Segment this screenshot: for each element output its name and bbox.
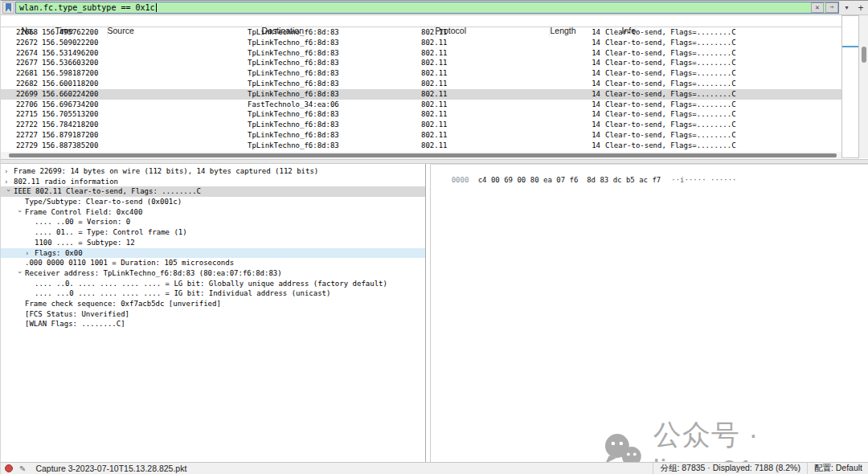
detail-row[interactable]: .... 01.. = Type: Control frame (1) [1, 227, 425, 238]
detail-row[interactable]: [FCS Status: Unverified] [1, 309, 425, 320]
detail-row[interactable]: .000 0000 0110 1001 = Duration: 105 micr… [1, 258, 425, 268]
packet-row[interactable]: 22727156.879187200TpLinkTechno_f6:8d:838… [1, 130, 841, 141]
filter-dropdown-button[interactable]: ▾ [841, 2, 852, 14]
filter-apply-button[interactable]: ➜ [825, 2, 838, 13]
packet-row[interactable]: 22729156.887385200TpLinkTechno_f6:8d:838… [1, 141, 841, 151]
hex-bytes[interactable]: c4 00 69 00 80 ea 07 f6 8d 83 dc b5 ac f… [478, 176, 661, 184]
expander-icon[interactable]: › [4, 177, 14, 187]
expander-icon[interactable]: › [14, 209, 25, 219]
packet-list-pane: No.TimeSourceDestinationProtocolLengthIn… [1, 15, 868, 159]
intelligent-scrollbar-minimap[interactable] [841, 15, 859, 158]
expander-icon[interactable]: › [4, 166, 14, 177]
detail-row[interactable]: ›Frame Control Field: 0xc400 [1, 207, 425, 218]
detail-row[interactable]: .... ...0 .... .... .... .... = IG bit: … [1, 288, 425, 299]
text-cursor [156, 3, 157, 12]
packet-row[interactable]: 22722156.784218200TpLinkTechno_f6:8d:838… [1, 120, 841, 130]
display-filter-toolbar: wlan.fc.type_subtype == 0x1c ✕ ➜ ▾ + [1, 0, 868, 15]
expander-icon[interactable]: › [14, 270, 25, 280]
detail-row[interactable]: 1100 .... = Subtype: 12 [1, 238, 425, 248]
packet-row[interactable]: 22706156.696734200FastTechnolo_34:ea:068… [1, 100, 841, 110]
packet-details-pane: ›Frame 22699: 14 bytes on wire (112 bits… [1, 164, 426, 462]
packet-count-status: 分组: 87835 · Displayed: 7188 (8.2%) [653, 463, 807, 474]
detail-row[interactable]: ›Frame 22699: 14 bytes on wire (112 bits… [1, 166, 425, 177]
packet-rows: 22668156.495762200TpLinkTechno_f6:8d:838… [1, 27, 841, 151]
filter-bookmark-button[interactable] [2, 2, 14, 14]
packet-row[interactable]: 22715156.705513200TpLinkTechno_f6:8d:838… [1, 109, 841, 120]
display-filter-text: wlan.fc.type_subtype == 0x1c [19, 3, 155, 12]
packet-list-header: No.TimeSourceDestinationProtocolLengthIn… [1, 15, 868, 27]
hex-ascii[interactable]: ··i····· ······ [671, 176, 736, 184]
display-filter-input[interactable]: wlan.fc.type_subtype == 0x1c ✕ ➜ [15, 2, 839, 14]
expert-info-icon[interactable] [5, 464, 13, 472]
horizontal-scroll-thumb[interactable] [9, 153, 837, 157]
capture-file-name: Capture 3-2023-07-10T15.13.28.825.pkt [35, 464, 186, 473]
detail-row[interactable]: Frame check sequence: 0xf7acb5dc [unveri… [1, 299, 425, 309]
packet-row[interactable]: 22674156.531496200TpLinkTechno_f6:8d:838… [1, 48, 841, 59]
status-bar: ✎ Capture 3-2023-07-10T15.13.28.825.pkt … [1, 462, 868, 474]
vertical-scroll-thumb[interactable] [862, 47, 866, 63]
packet-list-horizontal-scrollbar[interactable] [1, 152, 841, 159]
hex-offset: 0000 [452, 176, 473, 184]
profile-status[interactable]: 配置: Default [807, 463, 868, 474]
packet-bytes-pane[interactable]: 0000c4 00 69 00 80 ea 07 f6 8d 83 dc b5 … [430, 164, 868, 462]
detail-row[interactable]: .... ..00 = Version: 0 [1, 217, 425, 227]
filter-clear-button[interactable]: ✕ [811, 2, 824, 13]
detail-row[interactable]: ›802.11 radio information [1, 177, 425, 187]
expander-icon[interactable]: › [3, 189, 14, 198]
packet-row[interactable]: 22699156.660224200TpLinkTechno_f6:8d:838… [1, 89, 841, 100]
detail-row[interactable]: .... ..0. .... .... .... .... = LG bit: … [1, 279, 425, 289]
detail-row[interactable]: ›Receiver address: TpLinkTechno_f6:8d:83… [1, 268, 425, 279]
packet-row[interactable]: 22681156.598187200TpLinkTechno_f6:8d:838… [1, 68, 841, 79]
packet-row[interactable]: 22672156.509022200TpLinkTechno_f6:8d:838… [1, 38, 841, 48]
bookmark-icon [6, 3, 11, 12]
detail-row[interactable]: ›Flags: 0x00 [1, 248, 425, 259]
packet-list-vertical-scrollbar[interactable] [859, 15, 868, 158]
detail-row[interactable]: ›IEEE 802.11 Clear-to-send, Flags: .....… [1, 186, 425, 197]
capture-comment-icon[interactable]: ✎ [19, 464, 26, 473]
detail-row[interactable]: [WLAN Flags: ........C] [1, 319, 425, 329]
packet-row[interactable]: 22668156.495762200TpLinkTechno_f6:8d:838… [1, 27, 841, 38]
filter-add-button[interactable]: + [854, 2, 867, 14]
wireshark-window: wlan.fc.type_subtype == 0x1c ✕ ➜ ▾ + No.… [0, 0, 868, 474]
expander-icon[interactable]: › [25, 248, 35, 259]
detail-row[interactable]: Type/Subtype: Clear-to-send (0x001c) [1, 197, 425, 207]
packet-row[interactable]: 22677156.536603200TpLinkTechno_f6:8d:838… [1, 58, 841, 68]
packet-row[interactable]: 22682156.600118200TpLinkTechno_f6:8d:838… [1, 79, 841, 89]
selected-packet-marker [842, 46, 858, 47]
